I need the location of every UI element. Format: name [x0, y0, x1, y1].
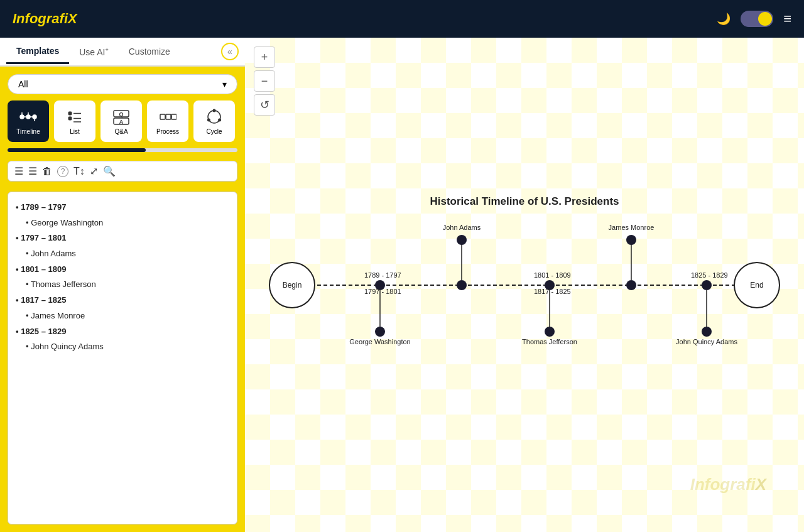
node-washington-name: George Washington: [349, 338, 410, 345]
zoom-in-button[interactable]: +: [254, 46, 275, 68]
node-jqa-date-above: 1825 - 1829: [691, 271, 728, 279]
chevron-down-icon: ▾: [222, 79, 227, 89]
timeline-icon: [19, 108, 37, 126]
svg-rect-9: [68, 117, 72, 120]
tile-qa[interactable]: Q A Q&A: [100, 100, 142, 142]
node-jefferson-date-below: 1817 - 1825: [534, 288, 571, 295]
node-washington-date-below: 1797 - 1801: [364, 288, 401, 295]
tile-cycle[interactable]: Cycle: [193, 100, 235, 142]
tile-process[interactable]: Process: [147, 100, 188, 142]
logo-x: X: [68, 11, 77, 26]
tile-qa-label: Q&A: [114, 128, 128, 135]
entry-1797: • 1797 – 1801 John Adams: [16, 231, 229, 261]
header: InfografiX 🌙 ≡: [0, 0, 804, 38]
svg-point-0: [20, 115, 24, 119]
align-left-icon[interactable]: ☰: [14, 165, 23, 177]
canvas-area: + − ↺ Historical Timeline of U.S. Presid…: [245, 38, 804, 532]
svg-point-25: [213, 109, 216, 112]
align-right-icon[interactable]: ☰: [28, 165, 37, 177]
moon-icon: 🌙: [717, 12, 731, 26]
logo-text: Infografi: [13, 11, 68, 26]
entry-1801: • 1801 – 1809 Thomas Jefferson: [16, 262, 229, 293]
node-jefferson-name: Thomas Jefferson: [522, 338, 577, 345]
svg-text:Q: Q: [119, 111, 123, 117]
text-size-icon[interactable]: T↕: [73, 166, 85, 177]
year-1797: • 1797 – 1801: [16, 231, 229, 246]
tab-customize[interactable]: Customize: [119, 40, 180, 63]
hamburger-menu[interactable]: ≡: [783, 11, 791, 27]
node-adams-name: John Adams: [443, 224, 481, 231]
icon-grid: Timeline List: [8, 100, 237, 142]
toggle-knob: [758, 12, 772, 26]
timeline-wrapper: Historical Timeline of U.S. Presidents B…: [245, 38, 804, 532]
name-washington: George Washington: [16, 215, 229, 231]
tile-cycle-label: Cycle: [206, 128, 222, 135]
category-dropdown[interactable]: All ▾: [8, 74, 237, 94]
node-monroe-top-dot: [626, 235, 636, 245]
svg-point-1: [26, 115, 30, 119]
timeline-title: Historical Timeline of U.S. Presidents: [430, 195, 619, 207]
zoom-reset-button[interactable]: ↺: [254, 94, 275, 116]
tile-timeline[interactable]: Timeline: [8, 100, 49, 142]
svg-text:A: A: [119, 119, 124, 125]
content-editor: • 1789 – 1797 George Washington • 1797 –…: [8, 192, 237, 524]
delete-icon[interactable]: 🗑: [42, 166, 52, 177]
tab-templates[interactable]: Templates: [6, 40, 69, 64]
node-jqa-dot: [702, 280, 712, 290]
svg-point-27: [207, 118, 210, 121]
progress-bar-fill: [8, 148, 146, 152]
node-adams-top-dot: [457, 235, 467, 245]
help-icon[interactable]: ?: [57, 166, 68, 177]
tab-use-ai-label: Use AI: [79, 46, 105, 57]
name-monroe: James Monroe: [16, 308, 229, 324]
year-1817: • 1817 – 1825: [16, 293, 229, 308]
begin-label: Begin: [283, 281, 302, 290]
node-jqa-name: John Quincy Adams: [676, 338, 737, 345]
tile-process-label: Process: [156, 128, 179, 135]
collapse-button[interactable]: «: [221, 43, 239, 60]
left-panel: Templates Use AI+ Customize « All ▾: [0, 38, 245, 532]
cycle-icon: [205, 108, 223, 126]
entry-1789: • 1789 – 1797 George Washington: [16, 200, 229, 231]
zoom-controls: + − ↺: [254, 46, 275, 116]
entry-1825: • 1825 – 1829 John Quincy Adams: [16, 324, 229, 355]
svg-point-26: [218, 118, 221, 121]
tile-timeline-label: Timeline: [16, 128, 40, 135]
svg-rect-17: [160, 114, 165, 119]
end-label: End: [750, 281, 763, 290]
template-content: All ▾: [0, 67, 245, 532]
svg-rect-19: [171, 114, 177, 119]
tile-list-label: List: [70, 128, 80, 135]
dropdown-row: All ▾: [8, 74, 237, 94]
node-jefferson-date-above: 1801 - 1809: [534, 271, 571, 279]
qa-icon: Q A: [112, 108, 130, 126]
expand-icon[interactable]: ⤢: [90, 165, 98, 177]
zoom-out-button[interactable]: −: [254, 70, 275, 92]
tab-bar: Templates Use AI+ Customize «: [0, 38, 245, 67]
node-jqa-bottom-dot: [702, 327, 712, 337]
tab-ai-sup: +: [105, 46, 108, 53]
list-icon: [66, 108, 84, 126]
tile-list[interactable]: List: [54, 100, 95, 142]
year-1825: • 1825 – 1829: [16, 324, 229, 340]
header-right: 🌙 ≡: [717, 11, 791, 27]
name-jefferson: Thomas Jefferson: [16, 277, 229, 293]
main-layout: Templates Use AI+ Customize « All ▾: [0, 38, 804, 532]
progress-bar-container: [8, 148, 237, 152]
node-washington-date-above: 1789 - 1797: [364, 271, 401, 279]
svg-rect-18: [166, 114, 171, 119]
process-icon: [159, 108, 177, 126]
svg-point-24: [208, 111, 220, 123]
theme-icons: 🌙: [717, 12, 731, 26]
timeline-svg: Historical Timeline of U.S. Presidents B…: [254, 185, 795, 386]
editor-toolbar: ☰ ☰ 🗑 ? T↕ ⤢ 🔍: [8, 161, 237, 182]
node-monroe-name: James Monroe: [609, 224, 655, 231]
name-adams-j: John Adams: [16, 246, 229, 262]
search-icon[interactable]: 🔍: [103, 165, 116, 177]
theme-toggle[interactable]: [741, 11, 773, 27]
svg-rect-8: [68, 112, 72, 115]
node-adams-dot: [457, 280, 467, 290]
tab-use-ai[interactable]: Use AI+: [69, 40, 119, 63]
name-adams-jq: John Quincy Adams: [16, 339, 229, 355]
dropdown-value: All: [18, 79, 28, 89]
